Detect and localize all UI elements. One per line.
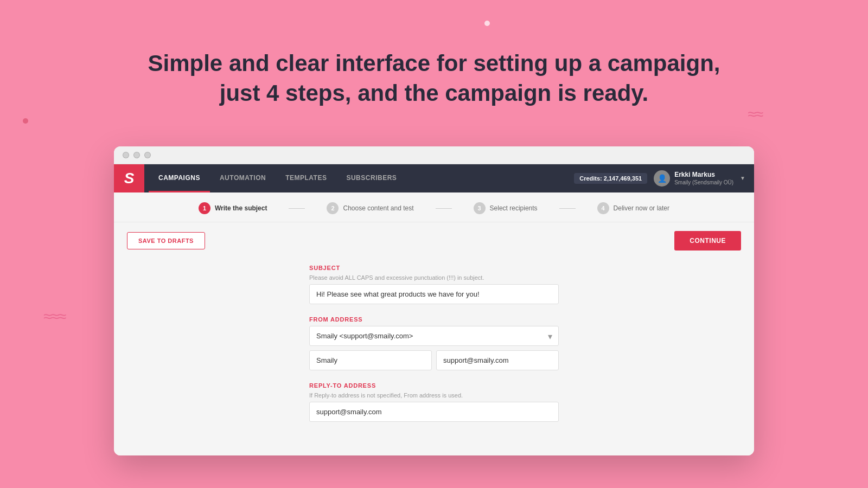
step-2-label: Choose content and test: [343, 204, 413, 212]
step-4: 4 Deliver now or later: [576, 202, 691, 214]
nav-item-subscribers[interactable]: SUBSCRIBERS: [336, 164, 406, 192]
step-1-label: Write the subject: [215, 204, 267, 212]
decorative-wave-right: ≈≈: [748, 106, 762, 123]
subject-hint: Please avoid ALL CAPS and excessive punc…: [309, 274, 559, 281]
campaign-form: SUBJECT Please avoid ALL CAPS and excess…: [309, 265, 559, 422]
app-navbar: S CAMPAIGNS AUTOMATION TEMPLATES SUBSCRI…: [114, 164, 754, 192]
step-4-label: Deliver now or later: [614, 204, 669, 212]
nav-item-automation[interactable]: AUTOMATION: [210, 164, 276, 192]
step-sep-3: [559, 208, 576, 209]
decorative-dot-top: [484, 21, 490, 26]
from-address-select[interactable]: Smaily <support@smaily.com>: [309, 326, 559, 346]
step-3: 3 Select recipients: [452, 202, 559, 214]
user-sub: Smaily (Sendsmaily OÜ): [674, 179, 733, 187]
step-2: 2 Choose content and test: [305, 202, 435, 214]
nav-right: Credits: 2,147,469,351 👤 Erkki Markus Sm…: [574, 170, 754, 187]
step-2-circle: 2: [327, 202, 339, 214]
from-address-row: [309, 350, 559, 370]
user-name: Erkki Markus: [674, 170, 733, 179]
browser-maximize-btn: [144, 152, 151, 158]
step-3-label: Select recipients: [490, 204, 538, 212]
from-name-input[interactable]: [309, 350, 432, 370]
subject-label: SUBJECT: [309, 265, 559, 271]
reply-to-hint: If Reply-to address is not specified, Fr…: [309, 392, 559, 399]
from-email-input[interactable]: [436, 350, 559, 370]
browser-close-btn: [123, 152, 129, 158]
step-sep-1: [289, 208, 305, 209]
main-content: SUBJECT Please avoid ALL CAPS and excess…: [114, 259, 754, 455]
step-3-circle: 3: [474, 202, 486, 214]
subject-field-group: SUBJECT Please avoid ALL CAPS and excess…: [309, 265, 559, 304]
continue-button[interactable]: CONTINUE: [674, 231, 741, 251]
reply-to-input[interactable]: [309, 402, 559, 422]
decorative-wave-left: ≈≈≈: [43, 308, 65, 325]
steps-bar: 1 Write the subject 2 Choose content and…: [114, 192, 754, 222]
hero-text: Simple and clear interface for setting u…: [0, 49, 868, 108]
browser-chrome: [114, 146, 754, 164]
user-info: Erkki Markus Smaily (Sendsmaily OÜ): [674, 170, 733, 187]
step-1: 1 Write the subject: [177, 202, 289, 214]
step-1-circle: 1: [199, 202, 210, 214]
reply-to-field-group: REPLY-TO ADDRESS If Reply-to address is …: [309, 382, 559, 422]
browser-window: S CAMPAIGNS AUTOMATION TEMPLATES SUBSCRI…: [114, 146, 754, 455]
user-dropdown-arrow: ▼: [740, 175, 745, 181]
save-drafts-button[interactable]: SAVE TO DRAFTS: [127, 232, 205, 249]
nav-item-campaigns[interactable]: CAMPAIGNS: [149, 164, 210, 192]
reply-to-label: REPLY-TO ADDRESS: [309, 382, 559, 389]
step-sep-2: [436, 208, 452, 209]
step-4-circle: 4: [597, 202, 609, 214]
logo-area: S: [114, 164, 144, 192]
browser-minimize-btn: [133, 152, 140, 158]
user-avatar: 👤: [654, 170, 670, 187]
user-menu[interactable]: 👤 Erkki Markus Smaily (Sendsmaily OÜ) ▼: [654, 170, 745, 187]
from-address-label: FROM ADDRESS: [309, 316, 559, 323]
nav-item-templates[interactable]: TEMPLATES: [276, 164, 336, 192]
nav-links: CAMPAIGNS AUTOMATION TEMPLATES SUBSCRIBE…: [144, 164, 574, 192]
from-address-field-group: FROM ADDRESS Smaily <support@smaily.com>…: [309, 316, 559, 370]
from-address-select-wrapper: Smaily <support@smaily.com> ▾: [309, 326, 559, 346]
subject-input[interactable]: [309, 284, 559, 304]
credits-badge: Credits: 2,147,469,351: [574, 173, 647, 184]
decorative-dot-left: [23, 118, 28, 124]
logo-letter: S: [124, 170, 135, 187]
action-bar: SAVE TO DRAFTS CONTINUE: [114, 222, 754, 259]
